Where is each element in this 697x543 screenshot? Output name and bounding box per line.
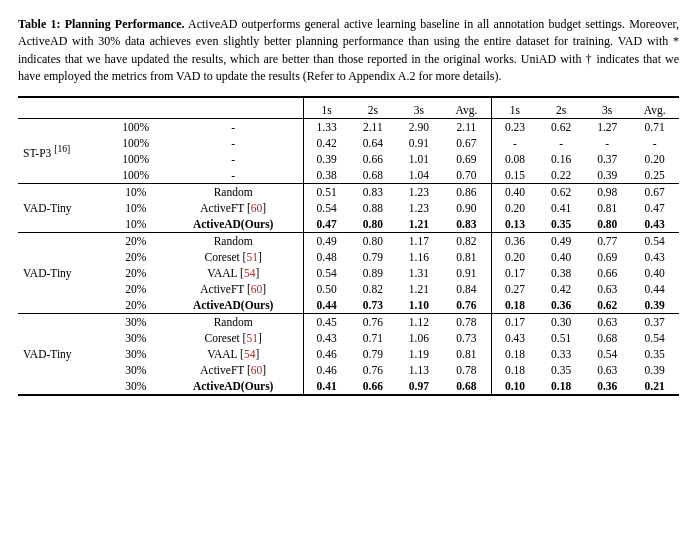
cell-l2_3: 1.06 <box>396 330 442 346</box>
cell-c_3: 0.37 <box>584 151 630 167</box>
cell-method: Coreset [51] <box>164 249 303 265</box>
cell-l2_avg: 0.69 <box>442 151 491 167</box>
cell-l2_avg: 2.11 <box>442 118 491 135</box>
cell-l2_avg: 0.86 <box>442 183 491 200</box>
cell-method: Coreset [51] <box>164 330 303 346</box>
subheader-l2-1s: 1s <box>303 102 350 119</box>
cell-l2_3: 0.97 <box>396 378 442 395</box>
table-row: 20%Coreset [51]0.480.791.160.810.200.400… <box>18 249 679 265</box>
cell-percent: 10% <box>108 183 164 200</box>
cell-c_avg: 0.40 <box>630 265 679 281</box>
cell-c_3: 0.63 <box>584 281 630 297</box>
cell-l2_3: 1.31 <box>396 265 442 281</box>
cell-l2_avg: 0.78 <box>442 313 491 330</box>
cell-c_1: 0.36 <box>491 232 538 249</box>
cell-c_1: 0.20 <box>491 200 538 216</box>
cell-c_avg: 0.43 <box>630 216 679 233</box>
cell-c_2: 0.18 <box>538 378 584 395</box>
cell-c_1: 0.18 <box>491 346 538 362</box>
cell-c_2: 0.51 <box>538 330 584 346</box>
cell-c_1: 0.18 <box>491 297 538 314</box>
cell-l2_3: 2.90 <box>396 118 442 135</box>
cell-percent: 20% <box>108 232 164 249</box>
cell-percent: 100% <box>108 167 164 184</box>
cell-method: VAAL [54] <box>164 346 303 362</box>
cell-c_avg: 0.43 <box>630 249 679 265</box>
table-row: 20%VAAL [54]0.540.891.310.910.170.380.66… <box>18 265 679 281</box>
table-row: VAD-Tiny20%Random0.490.801.170.820.360.4… <box>18 232 679 249</box>
cell-c_avg: 0.44 <box>630 281 679 297</box>
cell-l2_1: 0.38 <box>303 167 350 184</box>
cell-c_3: 0.68 <box>584 330 630 346</box>
cell-percent: 100% <box>108 118 164 135</box>
cell-c_avg: 0.47 <box>630 200 679 216</box>
cell-c_1: 0.08 <box>491 151 538 167</box>
table-body: ST-P3 [16]100%-1.332.112.902.110.230.621… <box>18 118 679 395</box>
cell-c_1: 0.20 <box>491 249 538 265</box>
cell-c_2: 0.42 <box>538 281 584 297</box>
cell-c_3: 0.54 <box>584 346 630 362</box>
subheader-c-avg: Avg. <box>630 102 679 119</box>
cell-method: ActiveFT [60] <box>164 281 303 297</box>
cell-l2_avg: 0.76 <box>442 297 491 314</box>
cell-c_avg: 0.37 <box>630 313 679 330</box>
cell-l2_1: 0.46 <box>303 346 350 362</box>
cell-percent: 20% <box>108 281 164 297</box>
cell-l2_1: 1.33 <box>303 118 350 135</box>
cell-l2_2: 0.73 <box>350 297 396 314</box>
cell-model: VAD-Tiny <box>18 232 108 313</box>
cell-model: ST-P3 [16] <box>18 118 108 183</box>
cell-method: Random <box>164 313 303 330</box>
cell-method: - <box>164 151 303 167</box>
cell-c_3: 0.39 <box>584 167 630 184</box>
cell-c_2: - <box>538 135 584 151</box>
table-row: VAD-Tiny30%Random0.450.761.120.780.170.3… <box>18 313 679 330</box>
cell-l2_1: 0.49 <box>303 232 350 249</box>
cell-method: ActiveAD(Ours) <box>164 297 303 314</box>
caption-title: Planning Performance. <box>60 17 184 31</box>
cell-l2_3: 1.17 <box>396 232 442 249</box>
cell-l2_avg: 0.68 <box>442 378 491 395</box>
cell-l2_avg: 0.82 <box>442 232 491 249</box>
cell-l2_3: 1.19 <box>396 346 442 362</box>
cell-c_2: 0.41 <box>538 200 584 216</box>
table-row: 10%ActiveFT [60]0.540.881.230.900.200.41… <box>18 200 679 216</box>
cell-model: VAD-Tiny <box>18 313 108 395</box>
subheader-c-2s: 2s <box>538 102 584 119</box>
cell-method: ActiveAD(Ours) <box>164 216 303 233</box>
cell-l2_3: 1.16 <box>396 249 442 265</box>
cell-c_avg: 0.39 <box>630 362 679 378</box>
cell-c_2: 0.16 <box>538 151 584 167</box>
col-header-base-model <box>18 97 108 119</box>
cell-method: - <box>164 118 303 135</box>
table-row: 30%Coreset [51]0.430.711.060.730.430.510… <box>18 330 679 346</box>
subheader-l2-avg: Avg. <box>442 102 491 119</box>
subheader-l2-3s: 3s <box>396 102 442 119</box>
table-row: 100%-0.390.661.010.690.080.160.370.20 <box>18 151 679 167</box>
cell-l2_avg: 0.67 <box>442 135 491 151</box>
cell-c_1: 0.23 <box>491 118 538 135</box>
cell-l2_2: 0.82 <box>350 281 396 297</box>
cell-percent: 20% <box>108 265 164 281</box>
cell-l2_avg: 0.70 <box>442 167 491 184</box>
cell-c_3: 0.81 <box>584 200 630 216</box>
cell-method: - <box>164 167 303 184</box>
cell-c_avg: 0.21 <box>630 378 679 395</box>
table-row: 30%ActiveAD(Ours)0.410.660.970.680.100.1… <box>18 378 679 395</box>
cell-l2_2: 0.88 <box>350 200 396 216</box>
cell-l2_2: 0.66 <box>350 378 396 395</box>
cell-percent: 30% <box>108 330 164 346</box>
cell-l2_1: 0.50 <box>303 281 350 297</box>
cell-c_2: 0.40 <box>538 249 584 265</box>
table-caption: Table 1: Planning Performance. ActiveAD … <box>18 16 679 86</box>
cell-percent: 20% <box>108 297 164 314</box>
cell-l2_3: 1.23 <box>396 200 442 216</box>
cell-l2_3: 0.91 <box>396 135 442 151</box>
cell-c_3: 0.66 <box>584 265 630 281</box>
cell-l2_avg: 0.91 <box>442 265 491 281</box>
cell-l2_1: 0.46 <box>303 362 350 378</box>
cell-l2_2: 0.79 <box>350 346 396 362</box>
cell-c_2: 0.35 <box>538 362 584 378</box>
cell-l2_2: 0.66 <box>350 151 396 167</box>
cell-l2_2: 0.80 <box>350 216 396 233</box>
